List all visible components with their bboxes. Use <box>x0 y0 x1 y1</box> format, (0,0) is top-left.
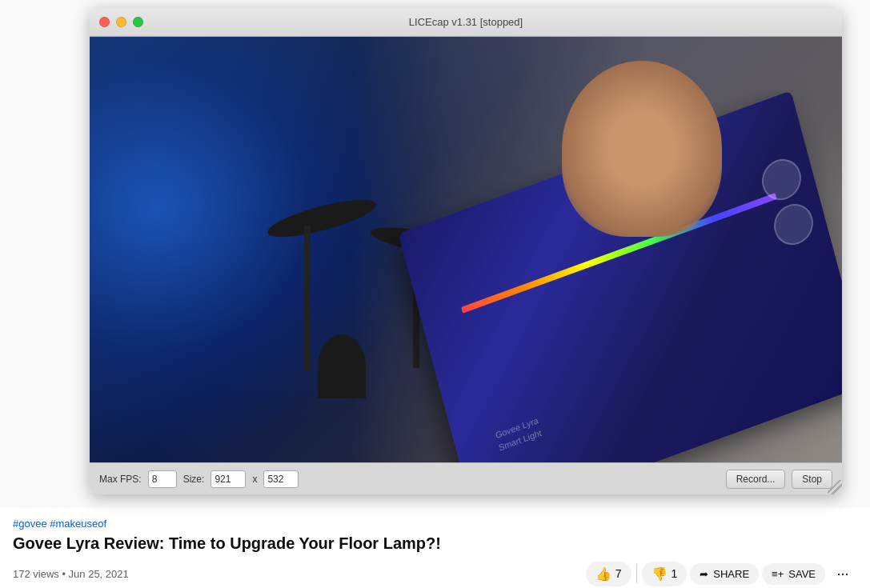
max-fps-label: Max FPS: <box>99 474 142 485</box>
share-button[interactable]: ➦ SHARE <box>690 563 759 585</box>
box-circle-1 <box>757 154 805 206</box>
cymbal-left <box>265 192 379 244</box>
height-input[interactable] <box>263 470 299 488</box>
like-button[interactable]: 👍 7 <box>586 562 631 586</box>
size-label: Size: <box>183 474 205 485</box>
close-button[interactable] <box>99 17 110 27</box>
more-options-button[interactable]: ··· <box>828 559 857 588</box>
width-input[interactable] <box>210 470 246 488</box>
minimize-button[interactable] <box>116 17 126 27</box>
video-tags[interactable]: #govee #makeuseof <box>0 518 870 530</box>
controls-bar: Max FPS: Size: x Record... Stop <box>90 462 842 494</box>
like-dislike-divider <box>636 564 637 583</box>
drum-base <box>318 334 366 398</box>
fps-input[interactable] <box>148 470 177 488</box>
record-button[interactable]: Record... <box>726 470 786 489</box>
video-stats: 172 views • Jun 25, 2021 <box>13 568 586 580</box>
capture-area: Govee LyraSmart Light <box>90 37 842 462</box>
video-actions: 👍 7 👎 1 ➦ SHARE ≡+ SAVE ··· <box>586 559 857 588</box>
video-title: Govee Lyra Review: Time to Upgrade Your … <box>0 534 870 553</box>
x-separator: x <box>252 474 257 485</box>
share-icon: ➦ <box>700 568 708 580</box>
dislike-icon: 👎 <box>651 566 668 582</box>
box-branding-circles <box>757 154 817 250</box>
video-meta-row: 172 views • Jun 25, 2021 👍 7 👎 1 ➦ SHARE… <box>0 559 870 588</box>
more-icon: ··· <box>836 566 848 582</box>
save-label: SAVE <box>788 568 816 580</box>
dislike-button[interactable]: 👎 1 <box>642 562 688 586</box>
video-frame: Govee LyraSmart Light <box>90 37 842 462</box>
like-count: 7 <box>615 567 622 580</box>
like-icon: 👍 <box>595 566 611 582</box>
titlebar: LICEcap v1.31 [stopped] <box>90 8 842 37</box>
resize-handle[interactable] <box>828 480 842 494</box>
dislike-count: 1 <box>672 567 678 580</box>
youtube-content: #govee #makeuseof Govee Lyra Review: Tim… <box>0 508 870 588</box>
licecap-window: LICEcap v1.31 [stopped] <box>90 8 842 494</box>
maximize-button[interactable] <box>133 17 143 27</box>
save-button[interactable]: ≡+ SAVE <box>762 563 825 585</box>
cymbal-stand-left <box>304 226 311 370</box>
window-title: LICEcap v1.31 [stopped] <box>409 16 523 28</box>
save-icon: ≡+ <box>772 568 784 580</box>
box-circle-2 <box>769 198 817 250</box>
window-controls <box>99 17 143 27</box>
share-label: SHARE <box>713 568 749 580</box>
person-face <box>562 61 722 237</box>
stop-button[interactable]: Stop <box>792 470 832 489</box>
